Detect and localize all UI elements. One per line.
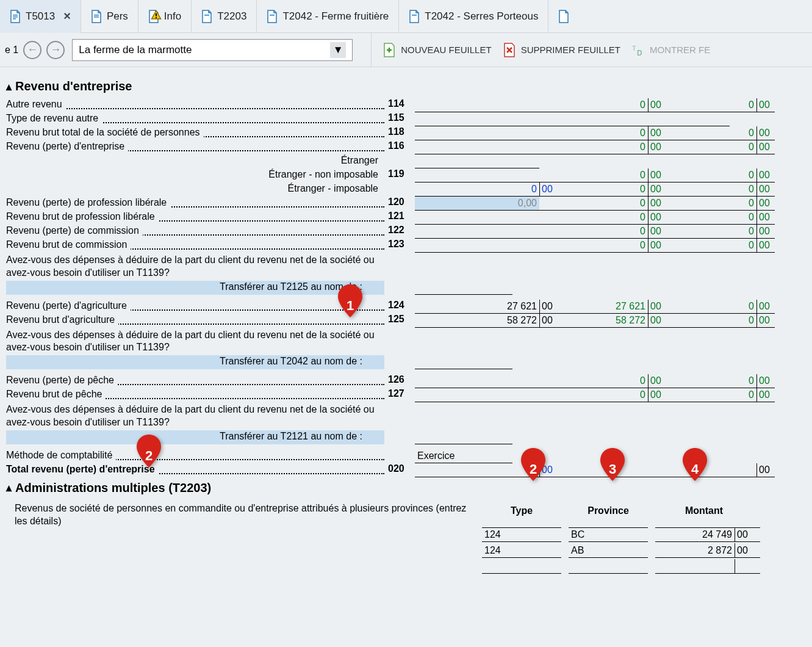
next-button[interactable]: → <box>46 41 65 59</box>
chevron-up-icon: ▴ <box>6 80 12 93</box>
row-label: Revenu brut de pêche <box>6 389 106 399</box>
amount-calc[interactable] <box>632 211 756 225</box>
document-icon <box>10 10 21 23</box>
amount-calc[interactable] <box>632 239 756 253</box>
line-number: 121 <box>384 211 415 225</box>
admin-amount[interactable]: 2 872 <box>655 543 735 558</box>
toolbar: e 1 ← → La ferme de la marmotte ▼ NOUVEA… <box>0 33 812 67</box>
line-number: 127 <box>384 388 415 402</box>
cents-calc[interactable] <box>756 98 775 112</box>
document-icon <box>409 10 420 23</box>
amount-calc[interactable] <box>632 300 756 314</box>
document-icon <box>267 10 278 23</box>
row-label: Type de revenu autre <box>6 113 102 123</box>
admin-province[interactable] <box>569 559 648 574</box>
tab-label: Info <box>164 10 181 23</box>
transfer-input[interactable] <box>415 281 512 295</box>
svg-rect-5 <box>156 13 157 16</box>
cents-calc[interactable] <box>756 374 775 388</box>
method-input[interactable] <box>415 449 512 463</box>
page-indicator: e 1 <box>5 45 18 56</box>
svg-rect-9 <box>412 15 417 16</box>
admin-amount[interactable] <box>655 559 735 574</box>
row-label: Revenu brut total de la société de perso… <box>6 127 204 137</box>
amount-calc[interactable] <box>632 183 756 197</box>
line-number: 119 <box>384 168 415 183</box>
cents-calc[interactable] <box>756 463 775 477</box>
line-number: 115 <box>384 112 415 126</box>
tab-t5013[interactable]: T5013 × <box>0 0 81 33</box>
amount-calc[interactable] <box>632 225 756 239</box>
admin-type[interactable]: 124 <box>482 527 561 542</box>
pager: e 1 ← → <box>5 41 65 59</box>
transfer-input[interactable] <box>415 430 512 444</box>
close-icon[interactable]: × <box>63 9 71 23</box>
admin-table: Type Province Montant 124 BC 24 749 00 1… <box>482 505 806 574</box>
transfer-label: Transférer au T2125 au nom de : <box>6 281 384 295</box>
tab-t2203[interactable]: T2203 <box>192 0 257 33</box>
amount-calc[interactable] <box>632 388 756 402</box>
line-number: 125 <box>384 314 415 328</box>
amount-calc[interactable] <box>632 168 756 183</box>
form-content: ▴ Revenu d'entreprise Autre revenu 114 T… <box>0 67 812 593</box>
chevron-up-icon: ▴ <box>6 481 12 494</box>
line-number: 020 <box>384 463 415 477</box>
new-slip-button[interactable]: NOUVEAU FEUILLET <box>383 42 491 58</box>
line-number: 124 <box>384 300 415 314</box>
question-text: Avez-vous des dépenses à déduire de la p… <box>6 328 384 356</box>
tab-info[interactable]: Info <box>138 0 192 33</box>
cents-calc[interactable] <box>756 211 775 225</box>
section-admin-multiples[interactable]: ▴ Administrations multiples (T2203) <box>6 481 806 495</box>
cents-calc[interactable] <box>756 183 775 197</box>
cents-calc[interactable] <box>756 388 775 402</box>
amount-calc[interactable] <box>632 126 756 140</box>
cents-calc[interactable] <box>756 239 775 253</box>
amount-calc[interactable] <box>632 98 756 112</box>
admin-cents[interactable] <box>735 559 760 574</box>
admin-amount[interactable]: 24 749 <box>655 527 735 542</box>
tab-t2042-serres[interactable]: T2042 - Serres Porteous <box>399 0 548 33</box>
annotation-marker-4: 4 <box>680 447 710 482</box>
cents-calc[interactable] <box>756 126 775 140</box>
svg-rect-0 <box>13 15 18 16</box>
row-label: Revenu brut de commission <box>6 239 131 250</box>
entity-selector-value: La ferme de la marmotte <box>79 44 192 56</box>
svg-rect-2 <box>13 18 16 20</box>
delete-slip-button[interactable]: SUPPRIMER FEUILLET <box>503 42 620 58</box>
cents-calc[interactable] <box>756 300 775 314</box>
admin-cents[interactable]: 00 <box>735 527 760 542</box>
cents-calc[interactable] <box>756 197 775 211</box>
amount-calc[interactable] <box>632 374 756 388</box>
amount-calc[interactable] <box>632 314 756 328</box>
row-label: Revenu (perte) d'entreprise <box>6 141 128 151</box>
text-input[interactable] <box>415 112 730 126</box>
tab-bar: T5013 × Pers Info T2203 T2042 - Ferme fr… <box>0 0 812 33</box>
show-slip-button[interactable]: TD MONTRER FE <box>631 42 710 58</box>
cents-calc[interactable] <box>756 168 775 183</box>
entity-selector[interactable]: La ferme de la marmotte ▼ <box>72 39 353 61</box>
col-header-montant: Montant <box>655 505 753 516</box>
tab-pers[interactable]: Pers <box>81 0 138 33</box>
admin-province[interactable]: BC <box>569 527 648 542</box>
cents-calc[interactable] <box>756 140 775 154</box>
tab-overflow[interactable] <box>548 0 579 33</box>
admin-province[interactable]: AB <box>569 543 648 558</box>
section-revenu-entreprise[interactable]: ▴ Revenu d'entreprise <box>6 79 806 93</box>
cents-calc[interactable] <box>756 225 775 239</box>
amount-calc[interactable] <box>632 140 756 154</box>
cents-calc[interactable] <box>756 314 775 328</box>
annotation-marker-2: 2 <box>134 433 163 469</box>
tab-label: T5013 <box>26 10 55 23</box>
amount-calc[interactable] <box>632 197 756 211</box>
admin-type[interactable]: 124 <box>482 543 561 558</box>
row-label: Étranger - non imposable <box>268 169 384 179</box>
tab-t2042-ferme[interactable]: T2042 - Ferme fruitière <box>257 0 399 33</box>
transfer-label: Transférer au T2042 au nom de : <box>6 355 384 369</box>
prev-button[interactable]: ← <box>23 41 41 59</box>
question-text: Avez-vous des dépenses à déduire de la p… <box>6 402 384 430</box>
tab-label: T2042 - Ferme fruitière <box>282 10 389 23</box>
admin-type[interactable] <box>482 559 561 574</box>
row-label: Revenu (perte) de pêche <box>6 375 118 385</box>
transfer-input[interactable] <box>415 355 512 369</box>
admin-cents[interactable]: 00 <box>735 543 760 558</box>
